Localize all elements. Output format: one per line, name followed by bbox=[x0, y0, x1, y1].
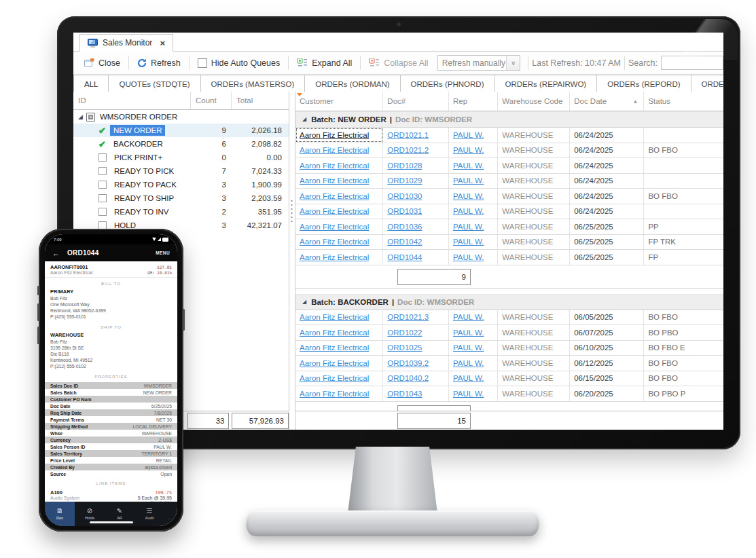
tree-col-count[interactable]: Count bbox=[191, 92, 232, 109]
doc-link[interactable]: ORD1022 bbox=[387, 329, 422, 337]
doc-link[interactable]: ORD1043 bbox=[387, 390, 422, 398]
tree-item[interactable]: READY TO PACK31,900.99 bbox=[73, 178, 289, 191]
more-dots-icon[interactable]: … bbox=[167, 515, 173, 520]
hide-auto-queues-checkbox[interactable] bbox=[198, 58, 207, 68]
rep-link[interactable]: PAUL W. bbox=[453, 359, 484, 367]
grid-row[interactable]: Aaron Fitz ElectricalORD1039.2PAUL W.WAR… bbox=[295, 356, 723, 371]
tree-item[interactable]: READY TO SHIP32,203.59 bbox=[73, 191, 289, 205]
tree-item[interactable]: READY TO INV2351.95 bbox=[73, 205, 289, 219]
checked-icon[interactable]: ✔ bbox=[98, 139, 106, 149]
customer-link[interactable]: Aaron Fitz Electrical bbox=[300, 146, 369, 154]
doc-link[interactable]: ORD1029 bbox=[387, 176, 422, 185]
rep-link[interactable]: PAUL W. bbox=[453, 253, 484, 261]
back-arrow-icon[interactable]: ← bbox=[52, 249, 60, 257]
queue-tab[interactable]: ORDERs (REPORD) bbox=[596, 75, 691, 93]
grid-row[interactable]: Aaron Fitz ElectricalORD1021.1PAUL W.WAR… bbox=[295, 128, 723, 143]
grid-row[interactable]: Aaron Fitz ElectricalORD1043PAUL W.WAREH… bbox=[295, 386, 723, 402]
doc-link[interactable]: ORD1021.3 bbox=[387, 313, 429, 321]
collapse-all-button[interactable]: Collapse All bbox=[364, 58, 433, 68]
rep-link[interactable]: PAUL W. bbox=[453, 207, 484, 215]
group-header[interactable]: ◢Batch: NEW ORDER|Doc ID: WMSORDER bbox=[295, 111, 723, 128]
rep-link[interactable]: PAUL W. bbox=[453, 176, 484, 185]
grid-row[interactable]: Aaron Fitz ElectricalORD1042PAUL W.WAREH… bbox=[295, 235, 723, 250]
grid-row[interactable]: Aaron Fitz ElectricalORD1028PAUL W.WAREH… bbox=[295, 158, 723, 174]
doc-link[interactable]: ORD1039.2 bbox=[387, 359, 429, 367]
grid-row[interactable]: Aaron Fitz ElectricalORD1040.2PAUL W.WAR… bbox=[295, 371, 723, 387]
queue-tab[interactable]: ORDERs (MASTERSO) bbox=[200, 75, 306, 93]
tree-col-id[interactable]: ID bbox=[73, 92, 191, 109]
grid-row[interactable]: Aaron Fitz ElectricalORD1036PAUL W.WAREH… bbox=[295, 219, 723, 235]
grid-col-warehouse[interactable]: Warehouse Code bbox=[498, 92, 570, 111]
group-header[interactable]: ◢Batch: BACKORDER|Doc ID: WMSORDER bbox=[295, 294, 723, 310]
grid-row[interactable]: Aaron Fitz ElectricalORD1022PAUL W.WAREH… bbox=[295, 325, 723, 341]
unchecked-checkbox[interactable] bbox=[98, 208, 107, 216]
queue-tab[interactable]: ORDERs (RMAORD) bbox=[691, 75, 723, 93]
tree-item[interactable]: ✔NEW ORDER92,026.18 bbox=[73, 124, 289, 137]
grid-col-customer[interactable]: Customer bbox=[295, 92, 383, 111]
search-input[interactable] bbox=[661, 56, 723, 70]
rep-link[interactable]: PAUL W. bbox=[453, 374, 484, 382]
grid-col-doc[interactable]: Doc# bbox=[383, 92, 449, 111]
customer-link[interactable]: Aaron Fitz Electrical bbox=[300, 253, 369, 261]
doc-link[interactable]: ORD1040.2 bbox=[387, 374, 429, 382]
refresh-button[interactable]: Refresh bbox=[132, 58, 185, 68]
rep-link[interactable]: PAUL W. bbox=[453, 390, 484, 398]
customer-link[interactable]: Aaron Fitz Electrical bbox=[300, 374, 369, 382]
panel-splitter[interactable] bbox=[289, 92, 295, 430]
customer-link[interactable]: Aaron Fitz Electrical bbox=[300, 192, 369, 200]
nav-item-doc[interactable]: 🗎Doc bbox=[45, 502, 75, 526]
unchecked-checkbox[interactable] bbox=[98, 167, 107, 175]
menu-button[interactable]: MENU bbox=[156, 250, 170, 255]
customer-link[interactable]: Aaron Fitz Electrical bbox=[300, 223, 369, 231]
grid-col-docdate[interactable]: Doc Date ▲ bbox=[570, 92, 644, 111]
customer-link[interactable]: Aaron Fitz Electrical bbox=[300, 238, 369, 246]
tree-col-total[interactable]: Total bbox=[232, 92, 289, 109]
queue-tab[interactable]: ALL bbox=[73, 75, 109, 93]
queue-tab[interactable]: ORDERs (ORDMAN) bbox=[304, 75, 400, 93]
rep-link[interactable]: PAUL W. bbox=[453, 192, 484, 200]
tab-sales-monitor[interactable]: Sales Monitor × bbox=[79, 34, 173, 52]
grid-row[interactable]: Aaron Fitz ElectricalORD1029PAUL W.WAREH… bbox=[295, 174, 723, 189]
expand-triangle-icon[interactable]: ◢ bbox=[302, 299, 306, 305]
tree-root-row[interactable]: ◢WMSORDER ORDER bbox=[73, 110, 289, 124]
customer-link[interactable]: Aaron Fitz Electrical bbox=[300, 343, 369, 352]
grid-col-status[interactable]: Status bbox=[644, 92, 723, 111]
unchecked-checkbox[interactable] bbox=[98, 153, 107, 162]
customer-link[interactable]: Aaron Fitz Electrical bbox=[300, 313, 369, 321]
doc-link[interactable]: ORD1044 bbox=[387, 253, 422, 261]
customer-link[interactable]: Aaron Fitz Electrical bbox=[300, 207, 369, 215]
doc-link[interactable]: ORD1031 bbox=[387, 207, 422, 215]
rep-link[interactable]: PAUL W. bbox=[453, 343, 484, 352]
customer-link[interactable]: Aaron Fitz Electrical bbox=[300, 390, 369, 398]
close-button[interactable]: Close bbox=[79, 58, 125, 68]
doc-link[interactable]: ORD1030 bbox=[387, 192, 422, 200]
rep-link[interactable]: PAUL W. bbox=[453, 146, 484, 154]
queue-tab[interactable]: QUOTEs (STDQTE) bbox=[108, 75, 200, 93]
filter-funnel-icon[interactable] bbox=[297, 93, 302, 96]
refresh-mode-dropdown[interactable]: Refresh manually ∨ bbox=[437, 55, 521, 71]
customer-link[interactable]: Aaron Fitz Electrical bbox=[300, 359, 369, 367]
doc-link[interactable]: ORD1021.1 bbox=[387, 131, 429, 139]
doc-link[interactable]: ORD1021.2 bbox=[387, 146, 429, 154]
unchecked-checkbox[interactable] bbox=[98, 181, 107, 189]
tree-item[interactable]: PICK PRINT+00.00 bbox=[73, 151, 289, 164]
tab-close-icon[interactable]: × bbox=[160, 38, 165, 48]
grid-row[interactable]: Aaron Fitz ElectricalORD1031PAUL W.WAREH… bbox=[295, 204, 723, 220]
nav-item-audit[interactable]: ☰Audit bbox=[134, 502, 164, 526]
rep-link[interactable]: PAUL W. bbox=[453, 329, 484, 337]
checked-icon[interactable]: ✔ bbox=[98, 126, 106, 136]
queue-tab[interactable]: ORDERs (REPAIRWO) bbox=[494, 75, 598, 93]
chevron-down-icon[interactable]: ∨ bbox=[506, 56, 520, 70]
doc-link[interactable]: ORD1036 bbox=[387, 223, 422, 231]
unchecked-checkbox[interactable] bbox=[98, 194, 107, 202]
doc-link[interactable]: ORD1028 bbox=[387, 162, 422, 170]
customer-link[interactable]: Aaron Fitz Electrical bbox=[300, 162, 369, 170]
queue-tab[interactable]: ORDERs (PHNORD) bbox=[400, 75, 495, 93]
rep-link[interactable]: PAUL W. bbox=[453, 131, 484, 139]
rep-link[interactable]: PAUL W. bbox=[453, 162, 484, 170]
expand-all-button[interactable]: Expand All bbox=[292, 58, 357, 68]
rep-link[interactable]: PAUL W. bbox=[453, 238, 484, 246]
customer-link[interactable]: Aaron Fitz Electrical bbox=[300, 131, 369, 139]
expand-triangle-icon[interactable]: ◢ bbox=[78, 114, 83, 120]
tree-item[interactable]: ✔BACKORDER62,098.82 bbox=[73, 137, 289, 151]
